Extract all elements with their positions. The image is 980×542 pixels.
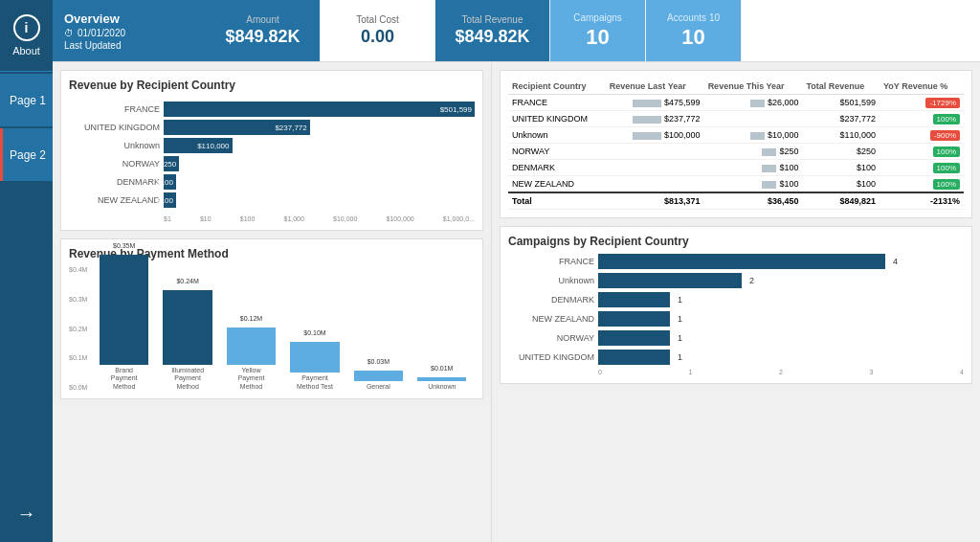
total-cost-metric: Total Cost 0.00	[321, 0, 435, 61]
country-cell: Unknown	[508, 127, 606, 144]
country-bar-track: $110,000	[164, 138, 475, 153]
y-axis-label: $0.0M	[69, 384, 87, 391]
country-bar-value: $250	[159, 160, 179, 169]
amount-metric: Amount $849.82K	[206, 0, 321, 61]
last-year-cell	[606, 160, 704, 176]
country-bar-fill: $100	[164, 192, 176, 208]
yoy-badge: 100%	[933, 114, 960, 124]
camp-x-tick: 1	[689, 369, 693, 375]
clock-icon: ⏱	[64, 28, 74, 38]
payment-bar: $0.35M	[100, 255, 148, 364]
table-column-header: Revenue Last Year	[606, 79, 704, 95]
amount-label: Amount	[246, 14, 278, 25]
campaign-country-label: FRANCE	[508, 257, 594, 266]
x-axis-tick: $10	[200, 215, 212, 222]
accounts-value: 10	[681, 25, 704, 50]
country-bar-track: $100	[164, 174, 475, 190]
campaign-bar	[598, 254, 885, 269]
country-bar-row: UNITED KINGDOM$237,772	[69, 120, 475, 135]
campaign-country-label: UNITED KINGDOM	[508, 352, 594, 362]
table-header-row: Recipient CountryRevenue Last YearRevenu…	[508, 79, 964, 95]
yoy-badge: 100%	[933, 179, 960, 190]
expand-arrow[interactable]: →	[0, 494, 53, 532]
campaign-bar	[598, 330, 670, 346]
country-bar-label: UNITED KINGDOM	[69, 123, 160, 132]
country-bar-value: $237,772	[275, 124, 309, 132]
total-cost-value: 0.00	[361, 27, 394, 47]
overview-date: ⏱ 01/01/2020	[64, 28, 194, 38]
y-axis-label: $0.2M	[69, 326, 87, 332]
country-bar-label: FRANCE	[69, 104, 160, 114]
body: Revenue by Recipient Country FRANCE$501,…	[53, 62, 980, 542]
yoy-cell: -1729%	[880, 95, 964, 111]
this-year-cell: $26,000	[704, 95, 803, 111]
payment-bar: $0.12M	[227, 327, 276, 365]
sidebar-item-page2[interactable]: Page 2	[0, 128, 53, 181]
revenue-table: Recipient CountryRevenue Last YearRevenu…	[508, 79, 964, 210]
country-bar-label: DENMARK	[69, 177, 160, 187]
total-cell: $849,821	[802, 192, 880, 210]
payment-bar-wrap: $0.24MIlluminatedPaymentMethod	[159, 290, 216, 391]
country-bar-row: FRANCE$501,599	[69, 102, 475, 117]
campaigns-value: 10	[586, 25, 609, 50]
total-cell: $100	[802, 176, 880, 193]
campaigns-label: Campaigns	[573, 12, 622, 23]
amount-value: $849.82K	[225, 27, 300, 47]
payment-bar: $0.24M	[163, 290, 212, 365]
table-column-header: Recipient Country	[508, 79, 606, 95]
country-cell: UNITED KINGDOM	[508, 111, 606, 127]
main-content: Overview ⏱ 01/01/2020 Last Updated Amoun…	[53, 0, 980, 542]
payment-chart-inner: $0.4M$0.3M$0.2M$0.1M$0.0M $0.35MBrandPay…	[69, 266, 475, 391]
campaign-bar-row: UNITED KINGDOM1	[508, 350, 964, 365]
country-bar-chart: FRANCE$501,599UNITED KINGDOM$237,772Unkn…	[69, 98, 475, 212]
payment-bar-wrap: $0.03MGeneral	[349, 371, 407, 391]
campaign-country-label: DENMARK	[508, 295, 594, 305]
payment-bar: $0.03M	[354, 371, 403, 380]
yoy-cell: 100%	[880, 144, 964, 160]
campaign-bar-value: 1	[678, 295, 682, 305]
payment-bar: $0.10M	[290, 342, 339, 373]
revenue-table-container: Recipient CountryRevenue Last YearRevenu…	[500, 70, 972, 218]
sidebar-item-page1[interactable]: Page 1	[0, 74, 53, 126]
country-bar-row: NORWAY$250	[69, 156, 475, 171]
last-year-cell	[606, 144, 704, 160]
camp-x-tick: 3	[870, 369, 874, 375]
x-axis-tick: $1,000	[283, 215, 303, 222]
page2-label: Page 2	[10, 148, 46, 162]
country-bar-label: Unknown	[69, 141, 160, 150]
camp-x-tick: 2	[779, 369, 783, 375]
campaigns-title: Campaigns by Recipient Country	[508, 235, 964, 248]
campaign-bar-row: Unknown2	[508, 273, 964, 288]
overview-title: Overview	[64, 11, 194, 26]
country-bar-track: $100	[164, 192, 475, 208]
campaign-bar-value: 1	[678, 333, 682, 343]
last-updated-label: Last Updated	[64, 40, 194, 51]
yoy-badge: 100%	[933, 163, 960, 173]
camp-x-tick: 0	[598, 369, 602, 375]
y-axis-label: $0.3M	[69, 296, 87, 303]
payment-bar-label: IlluminatedPaymentMethod	[171, 367, 204, 391]
country-bar-label: NEW ZEALAND	[69, 195, 160, 205]
country-bar-fill: $110,000	[164, 138, 233, 153]
yoy-badge: -1729%	[925, 98, 960, 108]
country-bar-row: NEW ZEALAND$100	[69, 192, 475, 208]
payment-bar-label: PaymentMethod Test	[297, 374, 333, 391]
country-bar-row: DENMARK$100	[69, 174, 475, 190]
campaigns-bar-chart: FRANCE4Unknown2DENMARK1NEW ZEALAND1NORWA…	[508, 254, 964, 365]
y-axis-label: $0.4M	[69, 266, 87, 273]
campaign-bar-value: 1	[678, 314, 682, 324]
table-row: UNITED KINGDOM$237,772$237,772100%	[508, 111, 964, 127]
total-cost-label: Total Cost	[356, 14, 398, 25]
country-bar-track: $250	[164, 156, 475, 171]
country-bar-fill: $237,772	[164, 120, 310, 135]
x-axis-tick: $10,000	[333, 215, 357, 222]
payment-col-chart: $0.35MBrandPaymentMethod$0.24MIlluminate…	[91, 266, 475, 391]
last-year-cell: $100,000	[606, 127, 704, 144]
y-axis-label: $0.1M	[69, 354, 87, 361]
about-label: About	[12, 45, 40, 56]
sidebar-item-about[interactable]: i About	[0, 0, 53, 72]
payment-bar-label: YellowPaymentMethod	[238, 367, 265, 391]
yoy-cell: 100%	[880, 111, 964, 127]
sidebar: i About Page 1 Page 2 →	[0, 0, 53, 542]
campaign-country-label: NORWAY	[508, 333, 594, 343]
